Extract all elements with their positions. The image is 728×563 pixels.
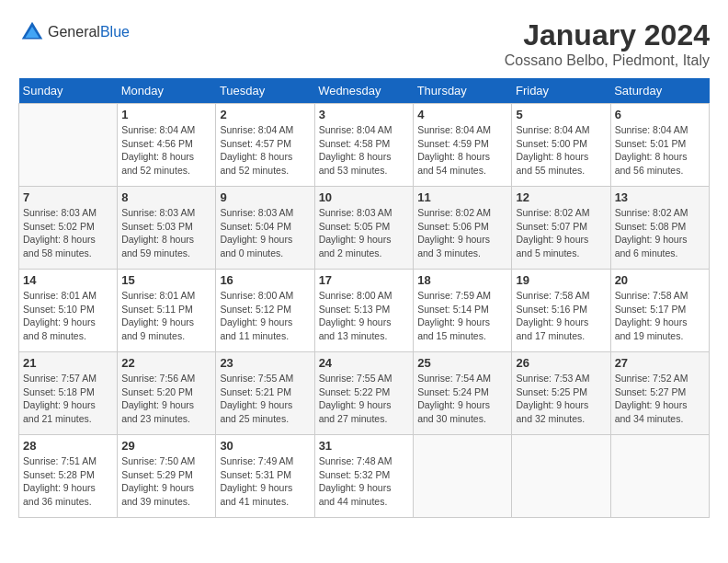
day-info: Sunrise: 7:52 AMSunset: 5:27 PMDaylight:…	[615, 372, 705, 426]
cell-w1-d6: 5 Sunrise: 8:04 AMSunset: 5:00 PMDayligh…	[512, 104, 610, 187]
day-info: Sunrise: 7:54 AMSunset: 5:24 PMDaylight:…	[417, 372, 507, 426]
day-number: 18	[417, 273, 507, 287]
day-number: 3	[319, 108, 410, 121]
cell-w4-d5: 25 Sunrise: 7:54 AMSunset: 5:24 PMDaylig…	[414, 352, 512, 435]
cell-w2-d1: 7 Sunrise: 8:03 AMSunset: 5:02 PMDayligh…	[19, 187, 118, 270]
day-number: 9	[220, 190, 310, 204]
day-info: Sunrise: 8:02 AMSunset: 5:07 PMDaylight:…	[516, 206, 606, 260]
day-number: 15	[121, 273, 211, 287]
week-row-1: 1 Sunrise: 8:04 AMSunset: 4:56 PMDayligh…	[19, 104, 710, 187]
day-info: Sunrise: 8:02 AMSunset: 5:06 PMDaylight:…	[417, 206, 507, 260]
day-info: Sunrise: 7:57 AMSunset: 5:18 PMDaylight:…	[23, 372, 113, 426]
logo-general-text: General	[48, 24, 100, 40]
cell-w3-d4: 17 Sunrise: 8:00 AMSunset: 5:13 PMDaylig…	[314, 270, 414, 352]
header-row: Sunday Monday Tuesday Wednesday Thursday…	[19, 78, 710, 104]
day-info: Sunrise: 7:55 AMSunset: 5:22 PMDaylight:…	[319, 372, 410, 426]
day-number: 7	[23, 190, 113, 204]
day-number: 25	[417, 356, 507, 370]
cell-w3-d6: 19 Sunrise: 7:58 AMSunset: 5:16 PMDaylig…	[512, 270, 610, 352]
cell-w1-d5: 4 Sunrise: 8:04 AMSunset: 4:59 PMDayligh…	[414, 104, 512, 187]
day-info: Sunrise: 8:04 AMSunset: 5:01 PMDaylight:…	[615, 123, 705, 178]
day-number: 22	[121, 356, 211, 370]
cell-w4-d2: 22 Sunrise: 7:56 AMSunset: 5:20 PMDaylig…	[118, 352, 216, 435]
cell-w5-d7	[610, 435, 709, 518]
header-monday: Monday	[118, 78, 216, 104]
day-info: Sunrise: 8:01 AMSunset: 5:10 PMDaylight:…	[23, 289, 113, 343]
day-info: Sunrise: 7:53 AMSunset: 5:25 PMDaylight:…	[516, 372, 606, 426]
day-number: 20	[615, 273, 705, 287]
day-number: 27	[615, 356, 705, 370]
day-number: 19	[516, 273, 606, 287]
day-info: Sunrise: 8:04 AMSunset: 4:58 PMDaylight:…	[319, 123, 410, 178]
day-info: Sunrise: 7:59 AMSunset: 5:14 PMDaylight:…	[417, 289, 507, 343]
day-info: Sunrise: 8:04 AMSunset: 4:57 PMDaylight:…	[220, 123, 310, 178]
day-number: 12	[516, 190, 606, 204]
day-info: Sunrise: 7:56 AMSunset: 5:20 PMDaylight:…	[121, 372, 211, 426]
cell-w1-d4: 3 Sunrise: 8:04 AMSunset: 4:58 PMDayligh…	[314, 104, 414, 187]
page-header: GeneralBlue January 2024 Cossano Belbo, …	[18, 18, 710, 69]
cell-w2-d7: 13 Sunrise: 8:02 AMSunset: 5:08 PMDaylig…	[610, 187, 709, 270]
cell-w5-d4: 31 Sunrise: 7:48 AMSunset: 5:32 PMDaylig…	[314, 435, 414, 518]
cell-w2-d2: 8 Sunrise: 8:03 AMSunset: 5:03 PMDayligh…	[118, 187, 216, 270]
calendar-header: Sunday Monday Tuesday Wednesday Thursday…	[19, 78, 710, 104]
header-saturday: Saturday	[610, 78, 709, 104]
day-number: 23	[220, 356, 310, 370]
day-number: 24	[319, 356, 410, 370]
day-info: Sunrise: 8:03 AMSunset: 5:03 PMDaylight:…	[121, 206, 211, 260]
logo-icon	[18, 18, 46, 46]
title-section: January 2024 Cossano Belbo, Piedmont, It…	[505, 18, 710, 69]
cell-w5-d1: 28 Sunrise: 7:51 AMSunset: 5:28 PMDaylig…	[19, 435, 118, 518]
cell-w4-d3: 23 Sunrise: 7:55 AMSunset: 5:21 PMDaylig…	[216, 352, 314, 435]
header-wednesday: Wednesday	[314, 78, 414, 104]
week-row-2: 7 Sunrise: 8:03 AMSunset: 5:02 PMDayligh…	[19, 187, 710, 270]
cell-w3-d5: 18 Sunrise: 7:59 AMSunset: 5:14 PMDaylig…	[414, 270, 512, 352]
day-number: 30	[220, 439, 310, 453]
day-info: Sunrise: 8:04 AMSunset: 4:56 PMDaylight:…	[121, 123, 211, 178]
day-info: Sunrise: 8:03 AMSunset: 5:05 PMDaylight:…	[319, 206, 410, 260]
day-info: Sunrise: 7:49 AMSunset: 5:31 PMDaylight:…	[220, 454, 310, 509]
day-info: Sunrise: 8:02 AMSunset: 5:08 PMDaylight:…	[615, 206, 705, 260]
header-sunday: Sunday	[19, 78, 118, 104]
header-thursday: Thursday	[414, 78, 512, 104]
cell-w2-d4: 10 Sunrise: 8:03 AMSunset: 5:05 PMDaylig…	[314, 187, 414, 270]
day-info: Sunrise: 8:04 AMSunset: 4:59 PMDaylight:…	[417, 123, 507, 178]
day-info: Sunrise: 8:03 AMSunset: 5:04 PMDaylight:…	[220, 206, 310, 260]
day-info: Sunrise: 7:51 AMSunset: 5:28 PMDaylight:…	[23, 454, 113, 509]
cell-w3-d2: 15 Sunrise: 8:01 AMSunset: 5:11 PMDaylig…	[118, 270, 216, 352]
cell-w2-d3: 9 Sunrise: 8:03 AMSunset: 5:04 PMDayligh…	[216, 187, 314, 270]
cell-w5-d2: 29 Sunrise: 7:50 AMSunset: 5:29 PMDaylig…	[118, 435, 216, 518]
day-info: Sunrise: 7:50 AMSunset: 5:29 PMDaylight:…	[121, 454, 211, 509]
day-number: 13	[615, 190, 705, 204]
day-info: Sunrise: 7:58 AMSunset: 5:17 PMDaylight:…	[615, 289, 705, 343]
day-info: Sunrise: 7:55 AMSunset: 5:21 PMDaylight:…	[220, 372, 310, 426]
cell-w3-d7: 20 Sunrise: 7:58 AMSunset: 5:17 PMDaylig…	[610, 270, 709, 352]
cell-w4-d4: 24 Sunrise: 7:55 AMSunset: 5:22 PMDaylig…	[314, 352, 414, 435]
day-info: Sunrise: 8:03 AMSunset: 5:02 PMDaylight:…	[23, 206, 113, 260]
cell-w1-d3: 2 Sunrise: 8:04 AMSunset: 4:57 PMDayligh…	[216, 104, 314, 187]
week-row-3: 14 Sunrise: 8:01 AMSunset: 5:10 PMDaylig…	[19, 270, 710, 352]
logo-text: GeneralBlue	[48, 24, 130, 40]
month-title: January 2024	[505, 18, 710, 52]
logo-blue-text: Blue	[100, 24, 130, 40]
week-row-5: 28 Sunrise: 7:51 AMSunset: 5:28 PMDaylig…	[19, 435, 710, 518]
day-number: 6	[615, 108, 705, 121]
cell-w2-d6: 12 Sunrise: 8:02 AMSunset: 5:07 PMDaylig…	[512, 187, 610, 270]
location: Cossano Belbo, Piedmont, Italy	[505, 52, 710, 69]
day-info: Sunrise: 7:58 AMSunset: 5:16 PMDaylight:…	[516, 289, 606, 343]
cell-w4-d6: 26 Sunrise: 7:53 AMSunset: 5:25 PMDaylig…	[512, 352, 610, 435]
day-number: 26	[516, 356, 606, 370]
day-number: 5	[516, 108, 606, 121]
cell-w4-d1: 21 Sunrise: 7:57 AMSunset: 5:18 PMDaylig…	[19, 352, 118, 435]
calendar-body: 1 Sunrise: 8:04 AMSunset: 4:56 PMDayligh…	[19, 104, 710, 518]
cell-w1-d7: 6 Sunrise: 8:04 AMSunset: 5:01 PMDayligh…	[610, 104, 709, 187]
day-number: 4	[417, 108, 507, 121]
header-friday: Friday	[512, 78, 610, 104]
cell-w4-d7: 27 Sunrise: 7:52 AMSunset: 5:27 PMDaylig…	[610, 352, 709, 435]
cell-w1-d2: 1 Sunrise: 8:04 AMSunset: 4:56 PMDayligh…	[118, 104, 216, 187]
day-number: 10	[319, 190, 410, 204]
day-number: 16	[220, 273, 310, 287]
day-info: Sunrise: 8:00 AMSunset: 5:12 PMDaylight:…	[220, 289, 310, 343]
cell-w2-d5: 11 Sunrise: 8:02 AMSunset: 5:06 PMDaylig…	[414, 187, 512, 270]
day-number: 11	[417, 190, 507, 204]
day-number: 8	[121, 190, 211, 204]
